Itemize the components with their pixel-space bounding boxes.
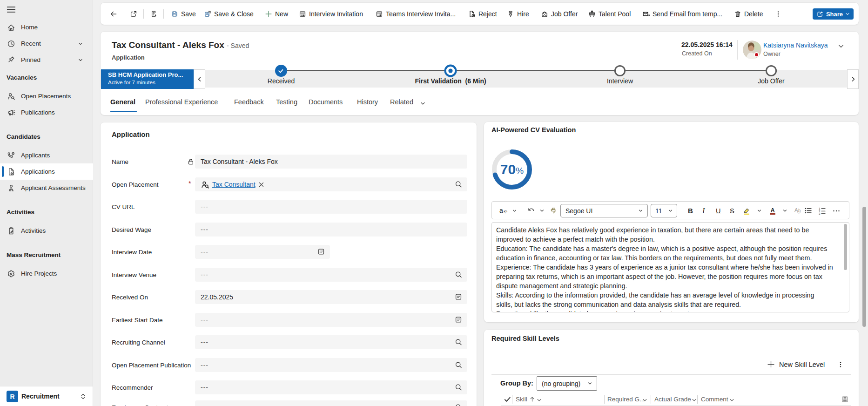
svg-text:A: A	[794, 207, 798, 213]
svg-text:3: 3	[819, 212, 821, 215]
svg-text:A: A	[770, 207, 774, 214]
